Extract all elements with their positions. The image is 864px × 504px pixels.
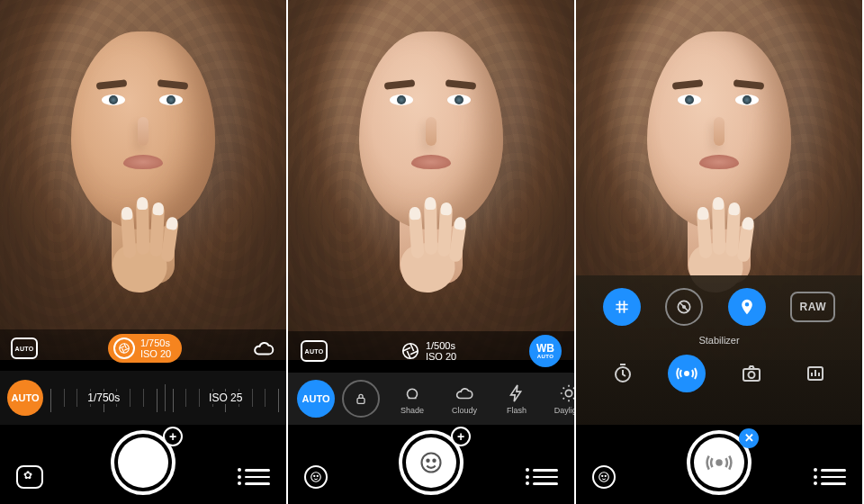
wb-option-label: Cloudy [452, 406, 477, 415]
wb-option-label: Daylight [554, 406, 574, 415]
settings-panel: RAW Stabilizer [576, 275, 862, 425]
camera-screen-3: RAW Stabilizer [576, 0, 864, 504]
menu-button[interactable] [533, 469, 558, 485]
svg-point-19 [602, 475, 603, 476]
svg-point-1 [403, 344, 418, 359]
camera-icon [741, 363, 762, 384]
iso-dial[interactable]: ISO 25 [173, 380, 280, 416]
exposure-dial-row: AUTO 1/750s ISO 25 [0, 371, 286, 425]
pill-iso: ISO 20 [140, 348, 171, 359]
histogram-button[interactable] [796, 355, 834, 392]
lock-button[interactable] [342, 380, 380, 418]
svg-rect-14 [743, 369, 760, 381]
stabilizer-icon [676, 363, 698, 384]
camera-screen-1: AUTO 1/750s ISO 20 AUTO [0, 0, 288, 504]
cloud-icon[interactable] [252, 337, 275, 360]
flash-icon [507, 383, 526, 403]
stabilizer-button[interactable] [668, 355, 706, 392]
wb-auto-button[interactable]: WB AUTO [529, 335, 562, 367]
plus-icon[interactable]: + [451, 427, 471, 446]
wb-sub: AUTO [537, 354, 554, 359]
wb-option-flash[interactable]: Flash [497, 383, 536, 415]
exposure-pill[interactable]: 1/750s ISO 20 [108, 334, 182, 363]
wb-option-daylight[interactable]: Daylight [549, 383, 574, 415]
face-mode-button[interactable] [304, 465, 328, 489]
readout-text: 1/500s ISO 20 [426, 340, 456, 362]
histogram-icon [805, 363, 826, 384]
svg-point-3 [565, 390, 572, 396]
wb-option-cloudy[interactable]: Cloudy [445, 383, 484, 415]
timer-icon [612, 363, 634, 384]
location-icon [738, 298, 756, 316]
svg-point-8 [314, 475, 315, 476]
viewfinder[interactable] [288, 0, 574, 360]
svg-point-9 [317, 475, 318, 476]
face-icon [310, 471, 322, 483]
svg-point-20 [605, 475, 606, 476]
aperture-icon [113, 338, 135, 359]
svg-rect-2 [357, 398, 364, 403]
daylight-icon [559, 383, 574, 403]
shutter-dial[interactable]: 1/750s [50, 380, 158, 416]
svg-point-0 [120, 344, 130, 354]
aperture-icon [400, 341, 420, 361]
shutter-value: 1/750s [82, 392, 125, 404]
iso-value: ISO 25 [203, 392, 248, 404]
pill-shutter: 1/750s [140, 338, 171, 348]
camera-switch-button[interactable] [733, 355, 770, 392]
timer-button[interactable] [604, 355, 642, 392]
svg-point-7 [311, 472, 321, 482]
viewfinder[interactable] [0, 0, 286, 360]
close-icon[interactable]: ✕ [739, 428, 759, 448]
mode-auto-badge[interactable]: AUTO [301, 340, 328, 362]
exposure-readout[interactable]: 1/500s ISO 20 [400, 340, 456, 362]
location-button[interactable] [728, 288, 766, 326]
level-button[interactable] [665, 288, 703, 326]
wb-option-label: Shade [400, 406, 424, 415]
mode-auto-badge[interactable]: AUTO [11, 338, 38, 359]
svg-point-18 [599, 472, 609, 482]
menu-button[interactable] [245, 469, 270, 485]
auto-button[interactable]: AUTO [7, 380, 43, 416]
grid-button[interactable] [603, 288, 641, 326]
readout-shutter: 1/500s [426, 340, 456, 351]
stabilizer-label: Stabilizer [590, 335, 848, 346]
svg-point-11 [683, 306, 686, 309]
cloudy-icon [454, 383, 474, 403]
auto-button[interactable]: AUTO [297, 380, 335, 418]
shade-icon [402, 383, 422, 403]
level-icon [675, 298, 693, 316]
wb-title: WB [536, 343, 554, 354]
dial-separator [165, 384, 166, 411]
lock-icon [354, 392, 368, 406]
gallery-button[interactable] [16, 465, 43, 489]
readout-iso: ISO 20 [426, 351, 456, 362]
wb-option-label: Flash [507, 406, 526, 415]
camera-screen-2: AUTO 1/500s ISO 20 WB AUTO AUTO [288, 0, 576, 504]
plus-icon[interactable]: + [163, 427, 183, 446]
grid-icon [613, 298, 631, 316]
face-mode-button[interactable] [592, 465, 616, 489]
wb-option-shade[interactable]: Shade [392, 383, 432, 415]
raw-button[interactable]: RAW [790, 292, 835, 322]
menu-button[interactable] [821, 469, 846, 485]
svg-point-15 [748, 372, 754, 378]
face-icon [598, 471, 610, 483]
wb-options-row: AUTO Shade Cloudy Flash [288, 373, 574, 425]
pill-text: 1/750s ISO 20 [140, 338, 171, 359]
svg-point-13 [685, 372, 688, 375]
